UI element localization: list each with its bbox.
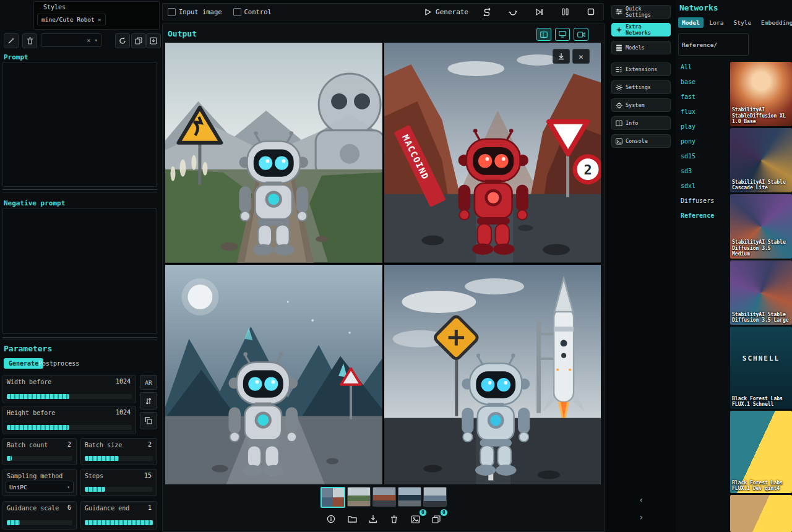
sampling-select[interactable]: UniPC ▾: [6, 481, 74, 493]
thumbnail-1[interactable]: [321, 487, 345, 508]
loop-generate-button[interactable]: [480, 5, 494, 19]
close-image-button[interactable]: ×: [572, 49, 590, 64]
generate-button[interactable]: Generate: [424, 8, 468, 16]
tab-postprocess[interactable]: Postprocess: [38, 360, 79, 367]
split-view-icon: [540, 32, 548, 38]
output-image-1[interactable]: [165, 43, 382, 263]
aspect-ratio-button[interactable]: [140, 412, 157, 429]
copy-style-button[interactable]: [131, 33, 146, 48]
steps-value: 15: [144, 472, 152, 479]
open-folder-button[interactable]: [345, 513, 359, 525]
filter-sd15[interactable]: sd15: [681, 152, 728, 161]
gallery-view-button[interactable]: [536, 28, 551, 41]
prompt-resize-grip[interactable]: [2, 189, 157, 192]
prompt-textarea[interactable]: [2, 62, 157, 187]
tab-embedding[interactable]: Embedding: [757, 17, 792, 28]
apply-style-button[interactable]: [4, 33, 19, 48]
filter-pony[interactable]: pony: [681, 137, 728, 146]
filter-sdxl[interactable]: sdxl: [681, 182, 728, 191]
fullscreen-view-button[interactable]: [555, 28, 570, 41]
filter-diffusers[interactable]: Diffusers: [681, 197, 728, 205]
image-icon: [411, 515, 420, 523]
nav-settings[interactable]: Settings: [611, 80, 671, 94]
output-image-4[interactable]: [384, 265, 601, 485]
thumbnail-2[interactable]: [347, 487, 371, 507]
model-card-thumbnail: [730, 495, 792, 532]
tab-style[interactable]: Style: [730, 17, 755, 28]
output-image-2[interactable]: MACCOIND 2: [384, 43, 601, 263]
networks-search-input[interactable]: [678, 33, 749, 56]
control-checkbox[interactable]: [233, 8, 241, 16]
output-image-3[interactable]: [165, 265, 382, 485]
collapse-right-icon[interactable]: ›: [639, 512, 644, 522]
tab-generate[interactable]: Generate: [4, 358, 43, 369]
guidance-end-slider[interactable]: [85, 520, 153, 525]
refresh-styles-button[interactable]: [115, 33, 130, 48]
width-slider[interactable]: [7, 394, 132, 399]
skip-button[interactable]: [532, 5, 546, 19]
video-view-button[interactable]: [574, 28, 588, 41]
guidance-end-box: Guidance end 1: [80, 501, 157, 530]
output-gallery[interactable]: MACCOIND 2: [165, 43, 601, 484]
styles-select[interactable]: × ▾: [41, 33, 101, 47]
send-to-networks-button[interactable]: 0: [408, 513, 422, 525]
thumbnail-4[interactable]: [398, 487, 421, 507]
nav-extra-networks[interactable]: Extra Networks: [611, 23, 671, 36]
filter-play[interactable]: play: [681, 122, 728, 131]
filter-sd3[interactable]: sd3: [681, 167, 728, 176]
stack-icon: [616, 45, 622, 51]
chevron-down-icon[interactable]: ▾: [95, 37, 98, 43]
model-card-sd35-large[interactable]: StabilityAI Stable Diffusion 3.5 Large: [730, 260, 792, 325]
filter-flux[interactable]: flux: [681, 108, 728, 116]
download-image-button[interactable]: [553, 49, 570, 64]
reprocess-button[interactable]: [506, 5, 520, 19]
panel-resize-grip[interactable]: [2, 337, 157, 340]
batch-count-slider[interactable]: [7, 456, 72, 461]
model-card-stable-cascade[interactable]: StabilityAI Stable Cascade Lite: [730, 128, 792, 192]
nav-system[interactable]: System: [611, 98, 671, 112]
collapse-left-icon[interactable]: ‹: [639, 495, 644, 505]
ar-button[interactable]: AR: [140, 375, 157, 390]
save-image-button[interactable]: [366, 513, 380, 525]
control-toggle[interactable]: Control: [233, 8, 272, 16]
batch-size-slider[interactable]: [85, 456, 153, 461]
input-image-checkbox[interactable]: [168, 8, 176, 16]
thumbnail-5[interactable]: [423, 487, 447, 507]
model-card-partial[interactable]: [730, 495, 792, 532]
output-title: Output: [168, 29, 197, 38]
style-chip-remove-icon[interactable]: ×: [98, 16, 101, 23]
tab-lora[interactable]: Lora: [706, 17, 728, 28]
height-slider[interactable]: [7, 425, 132, 430]
nav-quick-settings[interactable]: Quick Settings: [611, 5, 671, 19]
model-card-flux-dev[interactable]: Black Forest Labs FLUX.1 Dev qint4: [730, 411, 792, 493]
input-image-toggle[interactable]: Input image: [168, 8, 222, 16]
guidance-scale-slider[interactable]: [7, 520, 72, 525]
style-chip[interactable]: mine/Cute Robot ×: [37, 14, 106, 25]
pause-button[interactable]: [557, 5, 572, 19]
nav-console[interactable]: Console: [611, 134, 671, 148]
thumbnail-3[interactable]: [372, 487, 396, 507]
image-info-button[interactable]: [324, 513, 338, 525]
nav-models[interactable]: Models: [611, 41, 671, 54]
send-to-control-button[interactable]: 0: [429, 513, 443, 525]
networks-filters: All base fast flux play pony sd15 sd3 sd…: [681, 63, 728, 220]
filter-all[interactable]: All: [681, 63, 728, 72]
model-card-sd35-medium[interactable]: StabilityAI Stable Diffusion 3.5 Medium: [730, 194, 792, 259]
steps-slider[interactable]: [85, 487, 153, 492]
filter-base[interactable]: base: [681, 78, 728, 87]
delete-style-button[interactable]: [22, 33, 37, 48]
model-card-flux-schnell[interactable]: SCHNELL Black Forest Labs FLUX.1 Schnell: [730, 327, 792, 409]
tab-model[interactable]: Model: [678, 17, 704, 28]
nav-extensions[interactable]: Extensions: [611, 62, 671, 76]
nav-info[interactable]: Info: [611, 116, 671, 130]
filter-reference[interactable]: Reference: [681, 212, 728, 220]
swap-dimensions-button[interactable]: [140, 392, 157, 410]
guidance-scale-value: 6: [67, 504, 71, 511]
stop-button[interactable]: [583, 5, 598, 19]
filter-fast[interactable]: fast: [681, 93, 728, 101]
model-card-sdxl-base[interactable]: StabilityAI StableDiffusion XL 1.0 Base: [730, 62, 792, 126]
negative-prompt-textarea[interactable]: [2, 208, 157, 334]
save-style-button[interactable]: [146, 33, 161, 48]
delete-image-button[interactable]: [387, 513, 401, 525]
clear-select-icon[interactable]: ×: [87, 36, 91, 45]
